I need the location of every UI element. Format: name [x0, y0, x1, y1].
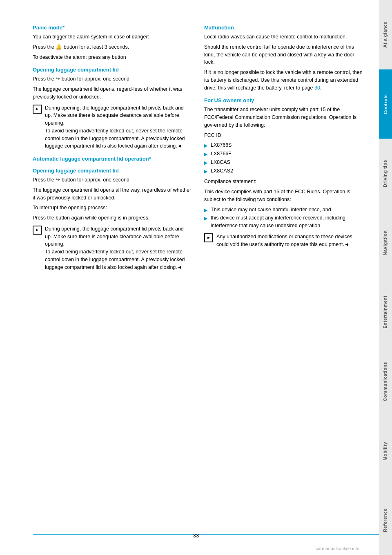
auto-title: Automatic luggage compartment lid operat…: [33, 156, 192, 162]
opening-lid2-text2: The luggage compartment lid opens all th…: [33, 186, 192, 202]
fcc-bullet-text-1: LX8766S: [211, 141, 232, 149]
page-number: 33: [193, 533, 199, 539]
fcc-bullet-text-3: LX8CAS: [211, 159, 230, 166]
left-column: Panic mode* You can trigger the alarm sy…: [33, 25, 192, 530]
forus-title: For US owners only: [204, 97, 363, 103]
page-link-30[interactable]: 30: [314, 85, 320, 91]
compliance-bullet-text-1: This device may not cause harmful interf…: [211, 206, 331, 214]
note-icon-3: [204, 233, 213, 242]
note-box-1: During opening, the luggage compart­ment…: [33, 104, 192, 150]
sidebar-tab-entertainment[interactable]: Entertainment: [379, 278, 392, 347]
watermark: carmanualsonline.info: [316, 546, 359, 551]
page-line: [33, 534, 379, 535]
sidebar-tab-at-a-glance[interactable]: At a glance: [379, 0, 392, 69]
sidebar-tab-communications[interactable]: Communications: [379, 347, 392, 416]
malfunction-text1: Local radio waves can cause the remote c…: [204, 33, 363, 41]
fcc-id-label: FCC ID:: [204, 132, 363, 139]
interrupt-text1: To interrupt the opening process:: [33, 204, 192, 212]
compliance-bullet-1: ▶This device may not cause harmful inter…: [204, 206, 363, 214]
opening-lid2-title: Opening luggage compartment lid: [33, 168, 192, 174]
fcc-bullet-1: ▶LX8766S: [204, 141, 363, 149]
compliance-bullet-text-2: this device must accept any interference…: [211, 214, 363, 230]
opening-lid-title: Opening luggage compartment lid: [33, 67, 192, 73]
fcc-bullets-list: ▶LX8766S ▶LX8766E ▶LX8CAS ▶LX8CAS2: [204, 141, 363, 175]
panic-mode-text2: Press the 🔔 button for at least 3 second…: [33, 43, 192, 51]
bullet-arrow-3: ▶: [204, 159, 207, 166]
interrupt-text2: Press the button again while opening is …: [33, 214, 192, 222]
bullet-arrow-4: ▶: [204, 168, 207, 175]
fcc-bullet-4: ▶LX8CAS2: [204, 167, 363, 175]
opening-lid-text1: Press the ↪ button for approx. one secon…: [33, 75, 192, 83]
fcc-bullet-text-2: LX8766E: [211, 150, 232, 158]
panic-mode-text1: You can trigger the alarm system in case…: [33, 33, 192, 41]
sidebar-tab-reference[interactable]: Reference: [379, 486, 392, 555]
right-column: Malfunction Local radio waves can cause …: [204, 25, 363, 530]
page-container: Panic mode* You can trigger the alarm sy…: [0, 0, 392, 555]
sidebar-tab-driving-tips[interactable]: Driving tips: [379, 139, 392, 208]
note-text-1: During opening, the luggage compart­ment…: [45, 104, 192, 150]
main-content: Panic mode* You can trigger the alarm sy…: [0, 0, 379, 555]
fcc-bullet-text-4: LX8CAS2: [211, 167, 233, 175]
note-text-3: Any unauthorized modifications or change…: [216, 233, 363, 248]
sidebar: At a glance Controls Driving tips Naviga…: [379, 0, 392, 555]
panic-mode-text3: To deactivate the alarm: press any butto…: [33, 54, 192, 61]
compliance-label: Compliance statement:: [204, 178, 363, 186]
opening-lid2-text1: Press the ↪ button for approx. one secon…: [33, 176, 192, 184]
compliance-bullet-2: ▶this device must accept any interferenc…: [204, 214, 363, 230]
malfunction-title: Malfunction: [204, 25, 363, 31]
note-icon-2: [33, 226, 42, 235]
malfunction-text3: If it is no longer possible to lock the …: [204, 69, 363, 92]
sidebar-tab-controls[interactable]: Controls: [379, 69, 392, 139]
note-box-3: Any unauthorized modifications or change…: [204, 233, 363, 248]
malfunction-text2: Should the remote control fail to operat…: [204, 43, 363, 66]
sidebar-tab-mobility[interactable]: Mobility: [379, 416, 392, 486]
bullet-arrow-2: ▶: [204, 151, 207, 158]
bullet-arrow-6: ▶: [204, 215, 207, 222]
note-icon-1: [33, 105, 42, 114]
compliance-text: This device complies with part 15 of the…: [204, 188, 363, 204]
forus-text1: The transmitter and receiver units compl…: [204, 106, 363, 129]
sidebar-tab-navigation[interactable]: Navigation: [379, 208, 392, 278]
note-text-2: During opening, the luggage compart­ment…: [45, 225, 192, 271]
compliance-bullets-list: ▶This device may not cause harmful inter…: [204, 206, 363, 230]
panic-mode-title: Panic mode*: [33, 25, 192, 31]
fcc-bullet-2: ▶LX8766E: [204, 150, 363, 158]
note-box-2: During opening, the luggage compart­ment…: [33, 225, 192, 271]
bullet-arrow-1: ▶: [204, 142, 207, 149]
fcc-bullet-3: ▶LX8CAS: [204, 159, 363, 166]
bullet-arrow-5: ▶: [204, 207, 207, 214]
opening-lid-text2: The luggage compartment lid opens, regar…: [33, 85, 192, 101]
